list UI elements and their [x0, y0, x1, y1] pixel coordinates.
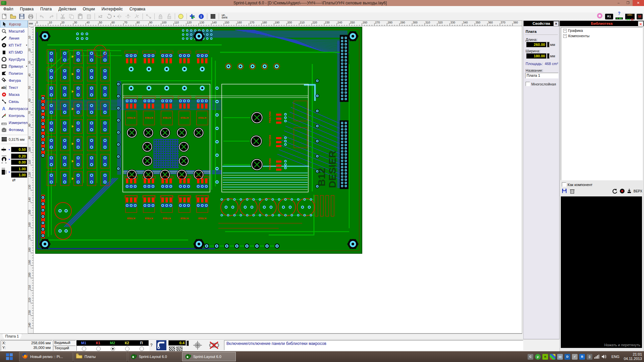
pad-drill-field[interactable]: 0.00	[11, 160, 27, 165]
trace-style-icon[interactable]	[156, 340, 166, 350]
unlock-button[interactable]	[165, 13, 173, 20]
minimize-button[interactable]: –	[614, 0, 623, 6]
trace-width-field[interactable]: 0.4	[168, 340, 186, 346]
language-indicator[interactable]: ENG	[611, 355, 620, 359]
library-preview[interactable]: Нажать и перетянуть	[561, 196, 642, 348]
tool-polygon[interactable]: Полигон	[0, 70, 28, 77]
update-button[interactable]: UP-DATE	[221, 13, 229, 20]
taskbar-button-3[interactable]: Sprint-Layout 6.0	[128, 352, 181, 361]
tray-nvidia-icon[interactable]: n	[542, 354, 548, 360]
macro-badge[interactable]: M	[637, 14, 643, 19]
layer-visible-М1[interactable]: М1	[76, 340, 91, 346]
width-spinner[interactable]	[547, 53, 549, 59]
tool-circle[interactable]: Круг/Дуга	[0, 56, 28, 63]
maximize-button[interactable]: ❐	[623, 0, 633, 6]
tray-volume-icon[interactable]	[601, 354, 607, 360]
crosshair-plus-button[interactable]	[189, 13, 197, 20]
tool-probe[interactable]: Контроль	[0, 112, 28, 119]
tool-link[interactable]: Связь	[0, 98, 28, 105]
menu-1[interactable]: Файл	[0, 6, 17, 12]
tool-pad-tht[interactable]: КП ТНТ▾	[0, 42, 28, 49]
layer-current-К1[interactable]	[96, 347, 101, 351]
layer-visible-М2[interactable]: М2	[105, 340, 120, 346]
layer-visible-К2[interactable]: К2	[120, 340, 134, 346]
length-field[interactable]: 260.00	[526, 42, 546, 47]
tree-item-components[interactable]: +Компоненты	[563, 34, 642, 38]
menu-4[interactable]: Действия	[55, 6, 79, 12]
hatch-style-2-icon[interactable]	[176, 347, 182, 351]
tab-board-1[interactable]: Плата 1	[2, 334, 22, 340]
tool-text[interactable]: abТекст	[0, 84, 28, 91]
dropdown-icon[interactable]: ▾	[26, 65, 27, 68]
delete-button[interactable]	[85, 13, 93, 20]
record-macro-icon[interactable]	[620, 188, 625, 194]
save-button[interactable]	[18, 13, 26, 20]
new-button[interactable]	[0, 13, 8, 20]
cut-button[interactable]	[59, 13, 67, 20]
pad-dropdown-icon[interactable]: ▼	[8, 158, 10, 161]
length-spinner[interactable]	[547, 42, 549, 47]
info-button[interactable]: i	[197, 13, 205, 20]
tool-autoroute[interactable]: AАвтотрасса	[0, 105, 28, 112]
flip-horizontal-button[interactable]	[115, 13, 123, 20]
library-save-icon[interactable]	[562, 188, 567, 194]
taskbar-button-2[interactable]: Платы	[73, 352, 127, 361]
autocenter-button[interactable]	[193, 341, 203, 351]
library-delete-icon[interactable]	[570, 188, 575, 194]
close-button[interactable]: ✕	[633, 0, 644, 6]
lock-button[interactable]	[156, 13, 164, 20]
tray-palette-icon[interactable]	[550, 354, 555, 360]
tool-rect[interactable]: Прямоуг.▾	[0, 63, 28, 70]
width-field[interactable]: 180.00	[526, 53, 546, 59]
menu-5[interactable]: Опции	[79, 6, 98, 12]
pad-outer-field[interactable]: 0.20	[11, 154, 27, 159]
tray-signal-icon[interactable]	[594, 354, 600, 360]
tool-zoom[interactable]: Масштаб	[0, 27, 28, 35]
copy-button[interactable]	[67, 13, 75, 20]
r1-badge[interactable]: R1	[605, 14, 613, 19]
layer-current-М2[interactable]	[111, 347, 115, 351]
board-name-input[interactable]: Плата 1	[525, 73, 558, 78]
track-dropdown-icon[interactable]: ▼	[8, 148, 10, 151]
hide-connections-button[interactable]	[208, 341, 220, 351]
menu-3[interactable]: Плата	[37, 6, 55, 12]
lamp-button[interactable]	[177, 13, 185, 20]
flip-vertical-button[interactable]	[124, 13, 132, 20]
dropdown-icon[interactable]: ▾	[26, 44, 27, 47]
smd-width-field[interactable]: 1.00	[11, 166, 27, 172]
smart-snap-button[interactable]	[133, 13, 141, 20]
tray-monitor-icon[interactable]: ▭	[557, 354, 563, 360]
menu-6[interactable]: Интерфейс	[98, 6, 126, 12]
rotate-macro-icon[interactable]	[612, 188, 618, 194]
tray-power-icon[interactable]: ▯	[587, 354, 592, 360]
tray-utorrent-icon[interactable]: µ	[535, 354, 541, 360]
layer-current-П[interactable]	[140, 347, 144, 351]
help-badge[interactable]: ?	[615, 12, 623, 21]
menu-7[interactable]: Справка	[126, 6, 149, 12]
layer-current-М1[interactable]	[82, 347, 86, 351]
smd-dropdown-icon[interactable]: ▼	[8, 171, 10, 173]
expand-icon[interactable]: +	[563, 29, 567, 33]
test-connections-button[interactable]	[145, 13, 153, 20]
tray-bluetooth-icon[interactable]: B	[579, 354, 585, 360]
open-button[interactable]	[9, 13, 17, 20]
track-width-field[interactable]: 0.50	[11, 147, 27, 152]
side-icon[interactable]	[627, 188, 632, 194]
rotate-dropdown-icon[interactable]: ▾	[114, 15, 115, 18]
taskbar-button-4[interactable]: Sprint-Layout 6.0	[182, 352, 236, 361]
smd-height-field[interactable]: 1.00	[11, 172, 27, 178]
multilayer-checkbox[interactable]	[526, 82, 530, 86]
swap-values-icon[interactable]: ⇄	[0, 178, 28, 182]
duplicate-x2-button[interactable]: x2	[97, 13, 105, 20]
undo-button[interactable]	[38, 13, 46, 20]
paste-button[interactable]	[76, 13, 84, 20]
layer-visible-П[interactable]: П	[134, 340, 149, 346]
tool-measure[interactable]: Измеритель	[0, 119, 28, 126]
tool-line[interactable]: Линия	[0, 35, 28, 42]
tool-shape[interactable]: Фигура	[0, 77, 28, 84]
tool-cursor[interactable]: Курсор	[0, 20, 28, 27]
expand-icon[interactable]: +	[563, 34, 567, 38]
as-component-checkbox[interactable]	[562, 182, 566, 187]
footprint-button[interactable]	[209, 13, 217, 20]
tray-camera-icon[interactable]: C	[528, 354, 533, 360]
